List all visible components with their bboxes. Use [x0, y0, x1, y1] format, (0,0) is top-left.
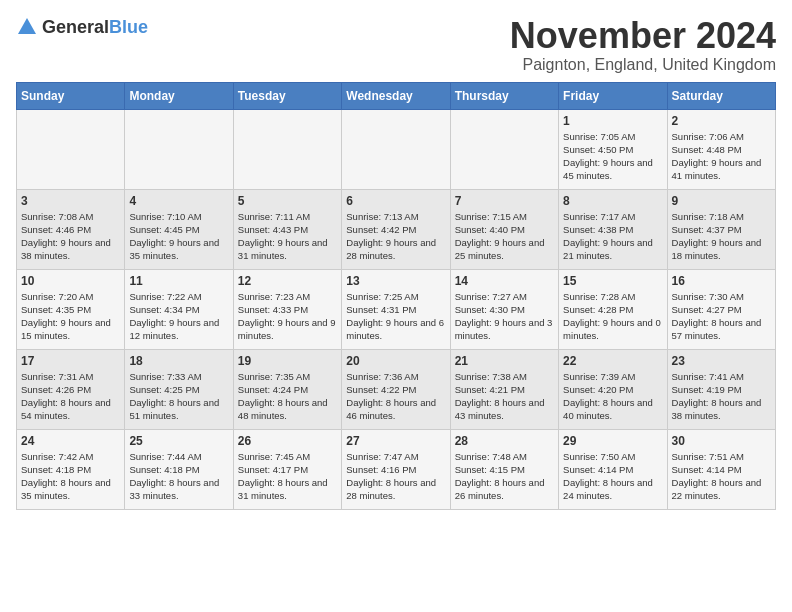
day-info: Sunrise: 7:28 AM Sunset: 4:28 PM Dayligh… — [563, 290, 662, 343]
calendar-cell: 14Sunrise: 7:27 AM Sunset: 4:30 PM Dayli… — [450, 269, 558, 349]
day-number: 29 — [563, 434, 662, 448]
calendar-cell: 17Sunrise: 7:31 AM Sunset: 4:26 PM Dayli… — [17, 349, 125, 429]
day-number: 28 — [455, 434, 554, 448]
day-info: Sunrise: 7:47 AM Sunset: 4:16 PM Dayligh… — [346, 450, 445, 503]
calendar-cell: 19Sunrise: 7:35 AM Sunset: 4:24 PM Dayli… — [233, 349, 341, 429]
day-info: Sunrise: 7:15 AM Sunset: 4:40 PM Dayligh… — [455, 210, 554, 263]
header: GeneralBlue November 2024 Paignton, Engl… — [16, 16, 776, 74]
day-number: 2 — [672, 114, 771, 128]
calendar-cell: 7Sunrise: 7:15 AM Sunset: 4:40 PM Daylig… — [450, 189, 558, 269]
day-number: 6 — [346, 194, 445, 208]
day-number: 27 — [346, 434, 445, 448]
day-number: 22 — [563, 354, 662, 368]
column-header-friday: Friday — [559, 82, 667, 109]
calendar-week-row: 17Sunrise: 7:31 AM Sunset: 4:26 PM Dayli… — [17, 349, 776, 429]
calendar-cell: 12Sunrise: 7:23 AM Sunset: 4:33 PM Dayli… — [233, 269, 341, 349]
title-area: November 2024 Paignton, England, United … — [510, 16, 776, 74]
calendar-cell: 24Sunrise: 7:42 AM Sunset: 4:18 PM Dayli… — [17, 429, 125, 509]
calendar-cell: 21Sunrise: 7:38 AM Sunset: 4:21 PM Dayli… — [450, 349, 558, 429]
day-number: 5 — [238, 194, 337, 208]
day-number: 12 — [238, 274, 337, 288]
column-header-thursday: Thursday — [450, 82, 558, 109]
calendar-cell: 29Sunrise: 7:50 AM Sunset: 4:14 PM Dayli… — [559, 429, 667, 509]
day-info: Sunrise: 7:22 AM Sunset: 4:34 PM Dayligh… — [129, 290, 228, 343]
calendar-cell — [17, 109, 125, 189]
day-number: 1 — [563, 114, 662, 128]
calendar-cell: 8Sunrise: 7:17 AM Sunset: 4:38 PM Daylig… — [559, 189, 667, 269]
day-info: Sunrise: 7:13 AM Sunset: 4:42 PM Dayligh… — [346, 210, 445, 263]
calendar-cell: 28Sunrise: 7:48 AM Sunset: 4:15 PM Dayli… — [450, 429, 558, 509]
day-number: 16 — [672, 274, 771, 288]
day-info: Sunrise: 7:44 AM Sunset: 4:18 PM Dayligh… — [129, 450, 228, 503]
calendar-cell: 30Sunrise: 7:51 AM Sunset: 4:14 PM Dayli… — [667, 429, 775, 509]
calendar-cell: 22Sunrise: 7:39 AM Sunset: 4:20 PM Dayli… — [559, 349, 667, 429]
day-number: 24 — [21, 434, 120, 448]
day-info: Sunrise: 7:50 AM Sunset: 4:14 PM Dayligh… — [563, 450, 662, 503]
day-number: 14 — [455, 274, 554, 288]
calendar-cell: 2Sunrise: 7:06 AM Sunset: 4:48 PM Daylig… — [667, 109, 775, 189]
calendar-cell: 15Sunrise: 7:28 AM Sunset: 4:28 PM Dayli… — [559, 269, 667, 349]
logo-text-blue: Blue — [109, 17, 148, 37]
calendar-cell: 26Sunrise: 7:45 AM Sunset: 4:17 PM Dayli… — [233, 429, 341, 509]
calendar-week-row: 1Sunrise: 7:05 AM Sunset: 4:50 PM Daylig… — [17, 109, 776, 189]
month-title: November 2024 — [510, 16, 776, 56]
calendar-body: 1Sunrise: 7:05 AM Sunset: 4:50 PM Daylig… — [17, 109, 776, 509]
day-info: Sunrise: 7:39 AM Sunset: 4:20 PM Dayligh… — [563, 370, 662, 423]
day-info: Sunrise: 7:35 AM Sunset: 4:24 PM Dayligh… — [238, 370, 337, 423]
location-title: Paignton, England, United Kingdom — [510, 56, 776, 74]
calendar-cell: 13Sunrise: 7:25 AM Sunset: 4:31 PM Dayli… — [342, 269, 450, 349]
day-info: Sunrise: 7:31 AM Sunset: 4:26 PM Dayligh… — [21, 370, 120, 423]
calendar-cell — [233, 109, 341, 189]
column-header-tuesday: Tuesday — [233, 82, 341, 109]
calendar-cell: 27Sunrise: 7:47 AM Sunset: 4:16 PM Dayli… — [342, 429, 450, 509]
day-info: Sunrise: 7:18 AM Sunset: 4:37 PM Dayligh… — [672, 210, 771, 263]
column-header-saturday: Saturday — [667, 82, 775, 109]
day-info: Sunrise: 7:08 AM Sunset: 4:46 PM Dayligh… — [21, 210, 120, 263]
calendar-cell — [450, 109, 558, 189]
day-number: 25 — [129, 434, 228, 448]
day-number: 15 — [563, 274, 662, 288]
logo-text-general: General — [42, 17, 109, 37]
day-number: 11 — [129, 274, 228, 288]
calendar-week-row: 24Sunrise: 7:42 AM Sunset: 4:18 PM Dayli… — [17, 429, 776, 509]
column-header-monday: Monday — [125, 82, 233, 109]
day-info: Sunrise: 7:10 AM Sunset: 4:45 PM Dayligh… — [129, 210, 228, 263]
calendar-cell: 3Sunrise: 7:08 AM Sunset: 4:46 PM Daylig… — [17, 189, 125, 269]
calendar-week-row: 10Sunrise: 7:20 AM Sunset: 4:35 PM Dayli… — [17, 269, 776, 349]
day-info: Sunrise: 7:38 AM Sunset: 4:21 PM Dayligh… — [455, 370, 554, 423]
day-number: 9 — [672, 194, 771, 208]
day-info: Sunrise: 7:25 AM Sunset: 4:31 PM Dayligh… — [346, 290, 445, 343]
calendar-cell: 1Sunrise: 7:05 AM Sunset: 4:50 PM Daylig… — [559, 109, 667, 189]
day-info: Sunrise: 7:51 AM Sunset: 4:14 PM Dayligh… — [672, 450, 771, 503]
day-number: 23 — [672, 354, 771, 368]
day-info: Sunrise: 7:41 AM Sunset: 4:19 PM Dayligh… — [672, 370, 771, 423]
day-info: Sunrise: 7:36 AM Sunset: 4:22 PM Dayligh… — [346, 370, 445, 423]
day-number: 20 — [346, 354, 445, 368]
day-number: 30 — [672, 434, 771, 448]
day-info: Sunrise: 7:45 AM Sunset: 4:17 PM Dayligh… — [238, 450, 337, 503]
calendar-table: SundayMondayTuesdayWednesdayThursdayFrid… — [16, 82, 776, 510]
svg-marker-0 — [18, 18, 36, 34]
calendar-header-row: SundayMondayTuesdayWednesdayThursdayFrid… — [17, 82, 776, 109]
logo-icon — [16, 16, 38, 38]
day-info: Sunrise: 7:06 AM Sunset: 4:48 PM Dayligh… — [672, 130, 771, 183]
day-number: 4 — [129, 194, 228, 208]
day-info: Sunrise: 7:30 AM Sunset: 4:27 PM Dayligh… — [672, 290, 771, 343]
calendar-cell: 18Sunrise: 7:33 AM Sunset: 4:25 PM Dayli… — [125, 349, 233, 429]
day-number: 10 — [21, 274, 120, 288]
calendar-cell: 11Sunrise: 7:22 AM Sunset: 4:34 PM Dayli… — [125, 269, 233, 349]
day-info: Sunrise: 7:05 AM Sunset: 4:50 PM Dayligh… — [563, 130, 662, 183]
calendar-cell: 10Sunrise: 7:20 AM Sunset: 4:35 PM Dayli… — [17, 269, 125, 349]
calendar-cell: 4Sunrise: 7:10 AM Sunset: 4:45 PM Daylig… — [125, 189, 233, 269]
calendar-cell: 16Sunrise: 7:30 AM Sunset: 4:27 PM Dayli… — [667, 269, 775, 349]
column-header-sunday: Sunday — [17, 82, 125, 109]
day-number: 26 — [238, 434, 337, 448]
column-header-wednesday: Wednesday — [342, 82, 450, 109]
calendar-cell: 6Sunrise: 7:13 AM Sunset: 4:42 PM Daylig… — [342, 189, 450, 269]
day-info: Sunrise: 7:27 AM Sunset: 4:30 PM Dayligh… — [455, 290, 554, 343]
day-info: Sunrise: 7:23 AM Sunset: 4:33 PM Dayligh… — [238, 290, 337, 343]
logo: GeneralBlue — [16, 16, 148, 38]
day-number: 19 — [238, 354, 337, 368]
day-number: 17 — [21, 354, 120, 368]
calendar-cell — [342, 109, 450, 189]
